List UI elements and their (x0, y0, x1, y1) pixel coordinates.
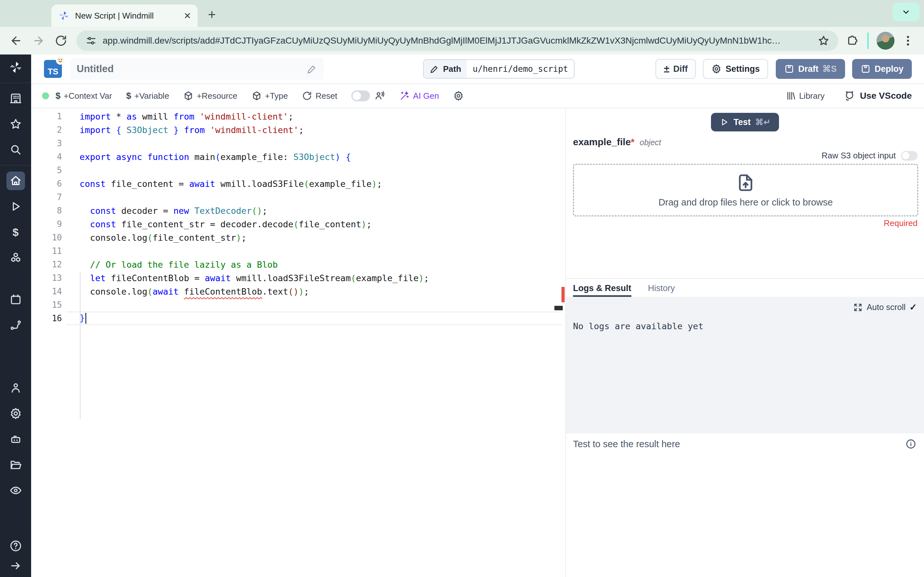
sidebar-item-folders[interactable] (6, 456, 25, 474)
extensions-icon[interactable] (845, 34, 859, 48)
add-resource-button[interactable]: +Resource (183, 91, 237, 101)
site-info-icon[interactable] (85, 34, 97, 47)
file-dropzone[interactable]: Drag and drop files here or click to bro… (573, 164, 918, 216)
code-line[interactable]: 7 (31, 190, 565, 204)
path-chip[interactable]: Path u/henri/demo_script (423, 59, 575, 79)
line-number: 2 (31, 125, 62, 135)
sidebar-item-search[interactable] (6, 140, 25, 159)
sidebar-item-workers[interactable] (6, 430, 25, 448)
bookmark-star-icon[interactable] (817, 34, 830, 47)
settings-button[interactable]: Settings (703, 59, 768, 79)
tab-search-button[interactable] (893, 3, 919, 21)
windmill-logo[interactable] (6, 58, 25, 77)
diff-button[interactable]: ± Diff (656, 59, 696, 79)
forward-button[interactable] (31, 34, 45, 48)
editor-settings-button[interactable] (453, 90, 464, 101)
code-token: console.log (79, 287, 147, 297)
line-number: 8 (31, 206, 62, 215)
code-line[interactable]: 11 (31, 244, 565, 258)
sidebar-item-audit[interactable] (6, 481, 25, 500)
multiplayer-control[interactable] (351, 90, 385, 101)
line-number: 4 (31, 152, 62, 161)
code-editor[interactable]: 1import * as wmill from 'windmill-client… (31, 109, 566, 577)
sidebar-item-runs[interactable] (6, 197, 25, 216)
new-tab-button[interactable]: + (208, 7, 216, 23)
sidebar-item-flows[interactable] (6, 316, 25, 334)
line-number: 11 (31, 246, 62, 256)
sidebar-item-settings[interactable] (6, 404, 25, 423)
code-token: file_content = (105, 179, 189, 189)
raw-s3-toggle[interactable] (901, 151, 918, 161)
use-vscode-button[interactable]: Use VScode (844, 90, 912, 102)
folder-icon (9, 458, 22, 471)
browser-navbar: app.windmill.dev/scripts/add#JTdCJTIyaGF… (0, 27, 924, 55)
url-text[interactable]: app.windmill.dev/scripts/add#JTdCJTIyaGF… (103, 35, 817, 46)
code-line[interactable]: 4export async function main(example_file… (31, 150, 565, 163)
info-icon[interactable] (905, 438, 916, 450)
add-context-var-button[interactable]: $ +Context Var (55, 91, 112, 101)
add-variable-button[interactable]: $ +Variable (126, 91, 169, 101)
line-number: 3 (31, 139, 62, 148)
code-token: ; (241, 233, 246, 243)
tab-history[interactable]: History (648, 284, 675, 297)
browser-menu-icon[interactable] (901, 34, 915, 48)
code-line[interactable]: 16} (31, 311, 565, 325)
code-line[interactable]: 14 console.log(await fileContentBlob.tex… (31, 285, 565, 298)
code-line[interactable]: 13 let fileContentBlob = await wmill.loa… (31, 271, 565, 285)
url-bar[interactable]: app.windmill.dev/scripts/add#JTdCJTIyaGF… (76, 31, 838, 51)
code-line[interactable]: 5 (31, 163, 565, 177)
code-line[interactable]: 2import { S3Object } from 'windmill-clie… (31, 123, 565, 137)
sidebar-item-account[interactable] (6, 379, 25, 397)
script-title-input[interactable]: Untitled (70, 58, 324, 80)
tab-close-icon[interactable]: ✕ (184, 11, 191, 21)
sidebar-item-workspace[interactable] (6, 89, 25, 108)
edit-pencil-icon[interactable] (306, 63, 317, 74)
path-value[interactable]: u/henri/demo_script (467, 60, 573, 78)
code-line[interactable]: 1import * as wmill from 'windmill-client… (31, 110, 565, 123)
sidebar-item-help[interactable] (6, 537, 25, 555)
code-text: const file_content_str = decoder.decode(… (62, 219, 372, 229)
ai-gen-button[interactable]: AI Gen (399, 91, 439, 101)
sidebar-item-resources[interactable] (6, 248, 25, 267)
back-button[interactable] (9, 34, 23, 48)
editor-scrollbar-thumb[interactable] (554, 306, 563, 310)
library-icon (786, 91, 796, 101)
code-token (79, 259, 90, 269)
library-button[interactable]: Library (786, 91, 825, 101)
reload-button[interactable] (54, 34, 68, 48)
reset-button[interactable]: Reset (302, 91, 337, 101)
auto-scroll-label: Auto scroll (867, 302, 905, 312)
code-line[interactable]: 9 const file_content_str = decoder.decod… (31, 218, 565, 231)
auto-scroll-control[interactable]: Auto scroll ✓ (853, 302, 917, 313)
test-button[interactable]: Test ⌘↵ (711, 113, 779, 131)
sidebar-item-schedules[interactable] (6, 290, 25, 309)
path-edit[interactable]: Path (424, 60, 467, 78)
argument-type: object (640, 138, 661, 147)
deploy-button[interactable]: Deploy (852, 59, 912, 79)
profile-avatar[interactable] (877, 32, 895, 50)
line-number: 14 (31, 287, 62, 296)
home-icon (9, 174, 22, 187)
multiplayer-toggle[interactable] (351, 90, 370, 101)
code-token: ) (299, 287, 304, 297)
code-line[interactable]: 3 (31, 137, 565, 150)
overview-ruler-error-marker (561, 287, 565, 302)
add-resource-label: +Resource (197, 91, 237, 101)
code-line[interactable]: 15 (31, 298, 565, 311)
tab-logs-result[interactable]: Logs & Result (573, 284, 632, 297)
code-line[interactable]: 12 // Or load the file lazily as a Blob (31, 258, 565, 271)
draft-button[interactable]: Draft ⌘S (776, 59, 845, 79)
code-token: from (174, 111, 194, 121)
browser-tab[interactable]: New Script | Windmill ✕ (51, 5, 198, 27)
code-line[interactable]: 6const file_content = await wmill.loadS3… (31, 177, 565, 190)
sidebar-item-favorites[interactable] (6, 115, 25, 133)
code-line[interactable]: 8 const decoder = new TextDecoder(); (31, 204, 565, 218)
code-token (121, 125, 126, 135)
code-line[interactable]: 10 console.log(file_content_str); (31, 231, 565, 244)
sidebar-collapse-button[interactable] (6, 556, 25, 575)
code-text: export async function main(example_file:… (62, 152, 351, 162)
sidebar-item-home[interactable] (6, 171, 25, 190)
line-number: 15 (31, 300, 62, 309)
add-type-button[interactable]: +Type (252, 91, 288, 101)
sidebar-item-variables[interactable]: $ (6, 223, 25, 242)
